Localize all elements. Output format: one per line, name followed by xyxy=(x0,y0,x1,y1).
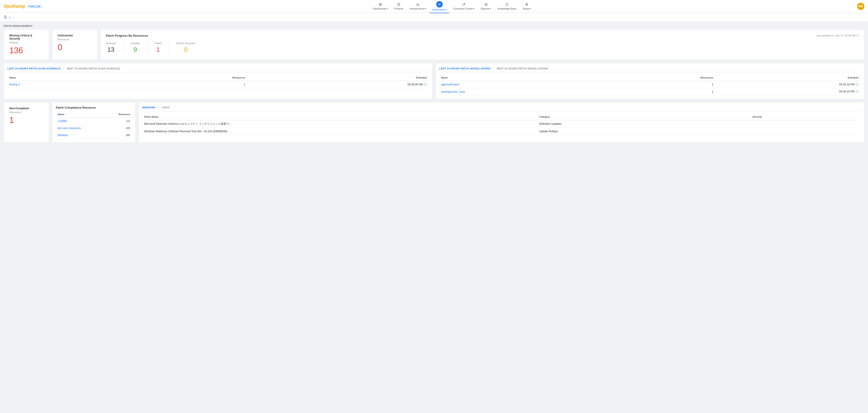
knowledge-base-icon: ☷ xyxy=(505,2,508,7)
compliance-table-body: 123890 1/1 test zero resources 0/0 White… xyxy=(56,118,132,139)
non-compliant-card: Non-Compliant Resources 1 xyxy=(4,102,49,143)
tab-last-24-scan[interactable]: LAST 24 HOURS PATCH SCAN SCHEDULE xyxy=(7,67,64,70)
nav-label-projects: Projects xyxy=(394,7,403,10)
patch-row1-severity xyxy=(750,120,861,128)
bottom-row: Non-Compliant Resources 1 Patch Complian… xyxy=(4,102,864,143)
unscanned-title: UnScanned xyxy=(58,34,92,37)
nav-item-command-center[interactable]: ↺ Command Center ▾ xyxy=(450,0,477,12)
scanned-label: Scanned xyxy=(106,42,116,44)
nav-label-command-center: Command Center ▾ xyxy=(453,7,474,10)
scan-col-schedule: Schedule xyxy=(247,75,429,81)
tab-next-24-scan[interactable]: NEXT 24 HOURS PATCH SCAN SCHEDULE xyxy=(67,67,123,70)
compliance-title: Patch Compliance Resource xyxy=(56,106,132,109)
install-row2-resources: 1 xyxy=(612,88,715,95)
refresh-icon[interactable]: ↻ xyxy=(857,34,859,37)
missing-patches-card: Missing Critical & Security Patches 136 xyxy=(4,29,49,60)
list-item: Whitelist 0/0 xyxy=(56,132,132,139)
unscanned-subtitle: Resources xyxy=(58,38,92,41)
sub-nav-divider: | xyxy=(13,15,13,19)
installations-tabs: LAST 24 HOURS PATCH INSTALLATIONS | NEXT… xyxy=(439,67,861,72)
compliance-row3-name[interactable]: Whitelist xyxy=(58,134,68,137)
patch-col-category: Category xyxy=(537,114,750,120)
failed-value[interactable]: 1 xyxy=(155,46,161,53)
clock-icon-3: 🕐 xyxy=(856,90,859,93)
nav-item-dashboards[interactable]: ⊞ Dashboards ▾ xyxy=(370,0,391,12)
install-row1-name[interactable]: approvalCase2 xyxy=(441,83,460,86)
patch-progress-header: Patch Progress By Resources Last updated… xyxy=(106,34,859,37)
list-item: test zero resources 0/0 xyxy=(56,125,132,132)
tenant-badge[interactable]: Patch_QA xyxy=(27,5,42,8)
top-nav: OpsRamp Patch_QA ⊞ Dashboards ▾ ☰ Projec… xyxy=(0,0,868,13)
compliance-row2-resource: 0/0 xyxy=(116,125,132,132)
scan-col-resources: Resources xyxy=(118,75,247,81)
tab-windows[interactable]: WINDOWS xyxy=(142,106,158,109)
compliance-table: Name Resource xyxy=(56,112,132,118)
nav-label-setup: Setup ▾ xyxy=(523,7,531,10)
nav-label-automation: Automation ▾ xyxy=(432,8,447,11)
automation-icon: ⚙ xyxy=(436,1,443,7)
nav-item-knowledge-base[interactable]: ☷ Knowledge Base xyxy=(495,0,519,12)
hamburger-icon[interactable]: ☰ xyxy=(4,15,7,19)
os-tabs: WINDOWS | LINUX xyxy=(142,106,861,111)
reboot-required-label: Reboot Requried xyxy=(176,42,195,44)
non-compliant-value[interactable]: 1 xyxy=(9,116,43,125)
home-icon[interactable]: ⌂ xyxy=(9,15,11,19)
patch-row2-name: Windows Malicious Software Removal Tool … xyxy=(142,128,537,135)
clock-icon: 🕐 xyxy=(424,83,427,86)
setup-icon: ⚙ xyxy=(525,2,528,7)
list-item: 123890 1/1 xyxy=(56,118,132,125)
installations-table: Name Resources Schedule approvalCase2 1 … xyxy=(439,75,861,95)
sub-nav: ☰ ⌂ | xyxy=(0,13,868,22)
patch-installations-card: LAST 24 HOURS PATCH INSTALLATIONS | NEXT… xyxy=(435,63,864,99)
progress-stats: Scanned 13 Installed 9 Failed 1 Reboot R… xyxy=(106,42,859,53)
patch-progress-card: Patch Progress By Resources Last updated… xyxy=(100,29,864,60)
missing-patches-value[interactable]: 136 xyxy=(9,46,43,55)
compliance-rows-table: 123890 1/1 test zero resources 0/0 White… xyxy=(56,118,132,139)
last-updated-text: Last updated on: Sep 27, 05:30 PM xyxy=(816,34,856,37)
nav-item-projects[interactable]: ☰ Projects xyxy=(392,0,406,12)
os-tab-divider: | xyxy=(158,106,159,109)
scan-schedule-table: Name Resources Schedule testing 4 1 06:3… xyxy=(7,75,429,88)
nav-label-reports: Reports ▾ xyxy=(481,7,491,10)
mid-row: LAST 24 HOURS PATCH SCAN SCHEDULE | NEXT… xyxy=(4,63,864,99)
install-row2-name[interactable]: autoApproval_Case xyxy=(441,90,465,93)
scan-row-name[interactable]: testing 4 xyxy=(9,83,20,86)
unscanned-value[interactable]: 0 xyxy=(58,42,92,52)
tab-next-24-install[interactable]: NEXT 24 HOURS PATCH INSTALLATIONS xyxy=(497,67,551,70)
patch-row2-severity xyxy=(750,128,861,135)
nav-item-setup[interactable]: ⚙ Setup ▾ xyxy=(520,0,533,12)
compliance-row1-name[interactable]: 123890 xyxy=(58,120,67,123)
non-compliant-title: Non-Compliant xyxy=(9,107,43,110)
compliance-col-resource: Resource xyxy=(87,112,132,118)
patch-row2-category: Update Rollups xyxy=(537,128,750,135)
dashboards-icon: ⊞ xyxy=(379,2,382,7)
scan-row-schedule: 06:30:00 AM 🕐 xyxy=(247,81,429,88)
nav-items: ⊞ Dashboards ▾ ☰ Projects ◎ Infrastructu… xyxy=(370,0,533,13)
tab-linux[interactable]: LINUX xyxy=(162,106,173,109)
compliance-row2-name[interactable]: test zero resources xyxy=(58,127,81,130)
tab-last-24-install[interactable]: LAST 24 HOURS PATCH INSTALLATIONS xyxy=(439,67,493,70)
patch-list-table: Patch Name Category Severity Microsoft D… xyxy=(142,114,861,135)
infrastructure-icon: ◎ xyxy=(416,2,420,7)
page-title: PATCH MANAGEMENT xyxy=(0,22,868,29)
install-col-schedule: Schedule xyxy=(715,75,861,81)
scan-row-resources: 1 xyxy=(118,81,247,88)
main-content: Missing Critical & Security Patches 136 … xyxy=(0,29,868,147)
missing-patches-title: Missing Critical & Security xyxy=(9,34,43,40)
installed-value[interactable]: 9 xyxy=(130,46,140,53)
logo[interactable]: OpsRamp xyxy=(4,4,25,9)
reboot-required-value[interactable]: 0 xyxy=(176,46,195,53)
patch-col-severity: Severity xyxy=(750,114,861,120)
list-item: Microsoft Defender Antivirus のセキュリティ インテ… xyxy=(142,120,861,128)
scanned-value[interactable]: 13 xyxy=(106,46,116,53)
nav-item-infrastructure[interactable]: ◎ Infrastructure ▾ xyxy=(407,0,429,12)
install-row1-schedule: 04:34:19 PM 🕐 xyxy=(715,81,861,88)
compliance-col-name: Name xyxy=(56,112,87,118)
clock-icon-2: 🕐 xyxy=(856,83,859,86)
reports-icon: ⊟ xyxy=(485,2,488,7)
nav-item-automation[interactable]: ⚙ Automation ▾ xyxy=(430,0,450,13)
nav-item-reports[interactable]: ⊟ Reports ▾ xyxy=(478,0,494,12)
table-row: approvalCase2 1 04:34:19 PM 🕐 xyxy=(439,81,861,88)
user-avatar[interactable]: MM xyxy=(857,3,864,10)
projects-icon: ☰ xyxy=(397,2,400,7)
